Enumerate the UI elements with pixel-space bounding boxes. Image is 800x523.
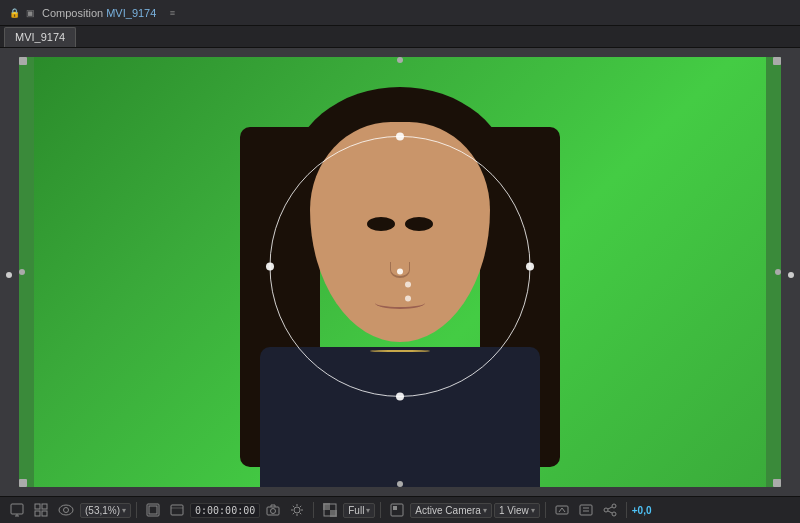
svg-point-42 [604, 508, 608, 512]
left-edge-handle[interactable] [6, 272, 12, 278]
sun-icon [290, 503, 304, 517]
svg-rect-36 [393, 506, 397, 510]
camera-icon [266, 504, 280, 516]
svg-rect-18 [149, 506, 157, 514]
svg-rect-14 [42, 511, 47, 516]
sep3 [380, 502, 381, 518]
render-button2[interactable] [575, 501, 597, 519]
quality-chevron: ▾ [366, 506, 370, 515]
camera-value: Active Camera [415, 505, 481, 516]
edge-handle-right[interactable] [775, 269, 781, 275]
offset-display: +0,0 [632, 505, 652, 516]
svg-line-31 [293, 513, 294, 514]
view-chevron: ▾ [531, 506, 535, 515]
tab-bar: MVI_9174 [0, 26, 800, 48]
render-icon2 [579, 503, 593, 517]
mouth [375, 297, 425, 309]
sep1 [136, 502, 137, 518]
svg-line-45 [608, 511, 612, 513]
checkerboard-button[interactable] [319, 501, 341, 519]
fast-preview-icon [390, 503, 404, 517]
edge-handle-top[interactable] [397, 57, 403, 63]
exposure-button[interactable] [286, 501, 308, 519]
svg-point-41 [612, 504, 616, 508]
frame-icon [170, 503, 184, 517]
svg-point-15 [59, 505, 73, 515]
sep5 [626, 502, 627, 518]
svg-rect-8 [11, 504, 23, 514]
camera-chevron: ▾ [483, 506, 487, 515]
title-bar: 🔒 ▣ Composition MVI_9174 ≡ [0, 0, 800, 26]
bottom-toolbar: (53,1%) ▾ 0:00:00:00 [0, 496, 800, 523]
camera-dropdown[interactable]: Active Camera ▾ [410, 503, 492, 518]
quality-value: Full [348, 505, 364, 516]
fit-button[interactable] [142, 501, 164, 519]
menu-icon[interactable]: ≡ [166, 7, 178, 19]
timecode-display[interactable]: 0:00:00:00 [190, 503, 260, 518]
composition-name: MVI_9174 [106, 7, 156, 19]
svg-line-44 [608, 507, 612, 509]
svg-rect-13 [35, 511, 40, 516]
svg-rect-12 [42, 504, 47, 509]
grid-icon [34, 503, 48, 517]
checkerboard-icon [323, 503, 337, 517]
svg-point-43 [612, 512, 616, 516]
viewport[interactable] [19, 57, 781, 487]
share-button[interactable] [599, 501, 621, 519]
camera-button[interactable] [262, 502, 284, 518]
frame-button[interactable] [166, 501, 188, 519]
render-icon1 [555, 503, 569, 517]
edge-handle-left[interactable] [19, 269, 25, 275]
necklace [370, 350, 430, 352]
preview-icon [10, 503, 24, 517]
person [220, 67, 580, 487]
corner-handle-tl[interactable] [19, 57, 27, 65]
grid-button[interactable] [30, 501, 52, 519]
tab-mvi9174[interactable]: MVI_9174 [4, 27, 76, 47]
fast-preview-button[interactable] [386, 501, 408, 519]
right-edge-handle[interactable] [788, 272, 794, 278]
svg-line-28 [293, 506, 294, 507]
quality-dropdown[interactable]: Full ▾ [343, 503, 375, 518]
svg-rect-19 [171, 505, 183, 515]
title-bar-icons: 🔒 ▣ [8, 7, 36, 19]
sep2 [313, 502, 314, 518]
video-frame [19, 57, 781, 487]
sep4 [545, 502, 546, 518]
view-dropdown[interactable]: 1 View ▾ [494, 503, 540, 518]
eye-button[interactable] [54, 502, 78, 518]
edge-handle-bottom[interactable] [397, 481, 403, 487]
svg-line-29 [300, 513, 301, 514]
svg-rect-11 [35, 504, 40, 509]
eye-right [367, 217, 395, 231]
corner-handle-bl[interactable] [19, 479, 27, 487]
nose [390, 262, 410, 278]
svg-line-30 [300, 506, 301, 507]
shirt [260, 347, 540, 487]
zoom-dropdown[interactable]: (53,1%) ▾ [80, 503, 131, 518]
eye-left [405, 217, 433, 231]
eye-icon [58, 504, 74, 516]
share-icon [603, 503, 617, 517]
zoom-chevron: ▾ [122, 506, 126, 515]
corner-handle-br[interactable] [773, 479, 781, 487]
svg-point-16 [64, 508, 69, 513]
title-bar-label: Composition MVI_9174 [42, 7, 156, 19]
film-icon: ▣ [24, 7, 36, 19]
render-button1[interactable] [551, 501, 573, 519]
view-value: 1 View [499, 505, 529, 516]
fit-icon [146, 503, 160, 517]
svg-point-23 [294, 507, 300, 513]
svg-rect-38 [580, 505, 592, 515]
preview-button[interactable] [6, 501, 28, 519]
zoom-value: (53,1%) [85, 505, 120, 516]
lock-icon: 🔒 [8, 7, 20, 19]
face [310, 122, 490, 342]
corner-handle-tr[interactable] [773, 57, 781, 65]
svg-point-22 [271, 509, 276, 514]
viewer-area [0, 48, 800, 496]
